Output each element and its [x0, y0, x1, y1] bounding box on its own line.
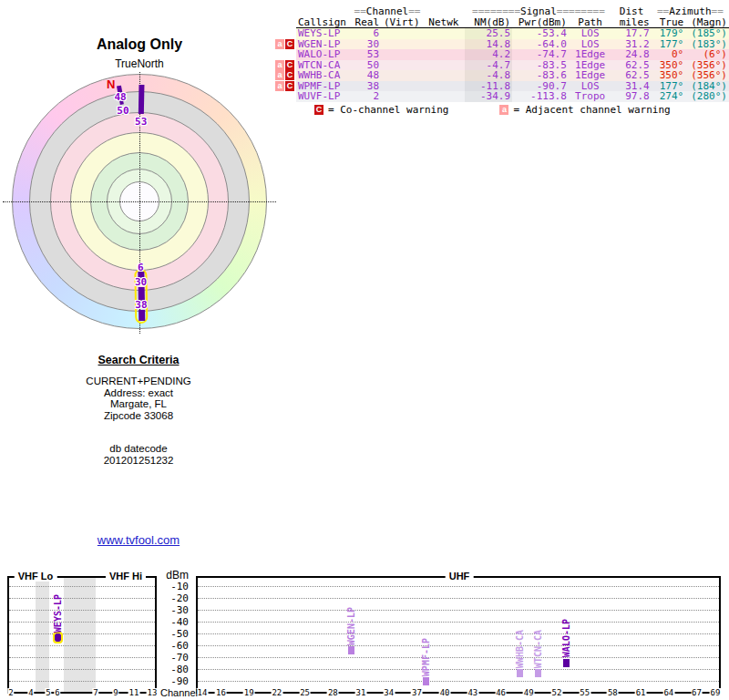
gridline: [9, 645, 155, 646]
channel-tick-label: 31: [355, 688, 367, 697]
signal-bar-callsign-label: WEYS-LP: [52, 582, 63, 633]
channel-tick-label: 16: [215, 688, 227, 697]
channel-tick-label: 49: [523, 688, 535, 697]
gridline: [198, 586, 719, 587]
signal-bar-callsign-label: WALO-LP: [560, 607, 571, 658]
vhf-panel: [7, 576, 157, 694]
dbm-tick-label: -60: [159, 640, 189, 652]
signal-bar-callsign-text: WWHB-CA: [515, 630, 525, 668]
channel-tick-label: 46: [495, 688, 507, 697]
x-axis-title: Channel: [160, 687, 195, 698]
channel-tick-label: 69: [710, 688, 722, 697]
signal-bar-callsign-label: WTCN-CA: [532, 617, 543, 668]
gridline: [198, 669, 719, 670]
channel-tick-label: 13: [147, 688, 159, 697]
gridline: [9, 610, 155, 611]
signal-bar-callsign-label: WGEN-LP: [346, 594, 357, 645]
gridline: [9, 669, 155, 670]
channel-tick-label: 67: [691, 688, 703, 697]
channel-tick-label: 37: [411, 688, 423, 697]
gridline: [9, 586, 155, 587]
channel-tick-label: 19: [243, 688, 255, 697]
signal-bar-callsign-text: WTCN-CA: [533, 630, 543, 668]
gridline: [198, 622, 719, 623]
channel-tick-label: 28: [327, 688, 339, 697]
channel-tick-label: 58: [607, 688, 619, 697]
signal-bar: [517, 669, 523, 677]
signal-bar-callsign-text: WGEN-LP: [346, 607, 356, 645]
dbm-tick-label: -80: [159, 664, 189, 675]
vhf-lo-label: VHF Lo: [15, 571, 57, 582]
gridline: [9, 598, 155, 599]
channel-tick-label: 22: [271, 688, 282, 697]
gridline: [198, 610, 719, 611]
channel-tick-label: 2: [7, 688, 14, 697]
gridline: [198, 657, 719, 658]
signal-bar: [563, 659, 570, 667]
gridline: [198, 681, 719, 682]
dbm-tick-label: -70: [159, 652, 189, 664]
channel-tick-label: 34: [383, 688, 395, 697]
signal-bar-callsign-text: WPMF-LP: [421, 638, 431, 676]
signal-bar-callsign-text: WEYS-LP: [53, 594, 63, 633]
dbm-tick-label: -50: [159, 628, 189, 640]
dbm-tick-label: -90: [159, 675, 189, 687]
uhf-panel: [196, 576, 721, 694]
channel-tick-label: 52: [551, 688, 563, 697]
tvfool-report: Analog Only TrueNorth N 48505363038 ==Ch…: [0, 0, 729, 700]
dbm-tick-label: -30: [159, 604, 189, 616]
channel-tick-label: 61: [635, 688, 647, 697]
channel-tick-label: 55: [579, 688, 590, 697]
signal-bar-callsign-label: WPMF-LP: [421, 625, 432, 676]
signal-bar-callsign-label: WWHB-CA: [514, 617, 525, 668]
channel-tick-label: 7: [92, 688, 98, 697]
dbm-tick-label: -10: [159, 581, 189, 592]
channel-tick-label: 43: [467, 688, 478, 697]
channel-tick-label: 40: [439, 688, 451, 697]
dbm-tick-label: -40: [159, 616, 189, 628]
channel-tick-label: 64: [662, 688, 674, 697]
dbm-tick-label: -20: [159, 592, 189, 604]
gridline: [198, 645, 719, 646]
vhf-hi-label: VHF Hi: [106, 571, 146, 582]
y-axis-title: dBm: [159, 569, 189, 582]
gridline: [198, 633, 719, 634]
gridline: [9, 681, 155, 682]
channel-tick-label: 25: [299, 688, 311, 697]
gridline: [9, 657, 155, 658]
gridline: [9, 622, 155, 623]
signal-bar-callsign-text: WALO-LP: [561, 619, 571, 657]
channel-tick-label: 9: [112, 688, 118, 697]
signal-bar: [423, 677, 429, 685]
channel-tick-label: 4: [27, 688, 34, 697]
channel-tick-label: 6: [54, 688, 60, 697]
channel-tick-label: 14: [197, 688, 209, 697]
signal-bar: [348, 646, 354, 654]
uhf-label: UHF: [446, 571, 474, 582]
gridline: [198, 598, 719, 599]
signal-bar: [535, 669, 541, 677]
channel-tick-label: 11: [128, 688, 140, 697]
channel-tick-label: 5: [45, 688, 51, 697]
signal-bar: [55, 633, 61, 642]
signal-bar-chart: -10-20-30-40-50-60-70-80-902456791113141…: [0, 0, 729, 700]
gridline: [9, 633, 155, 634]
